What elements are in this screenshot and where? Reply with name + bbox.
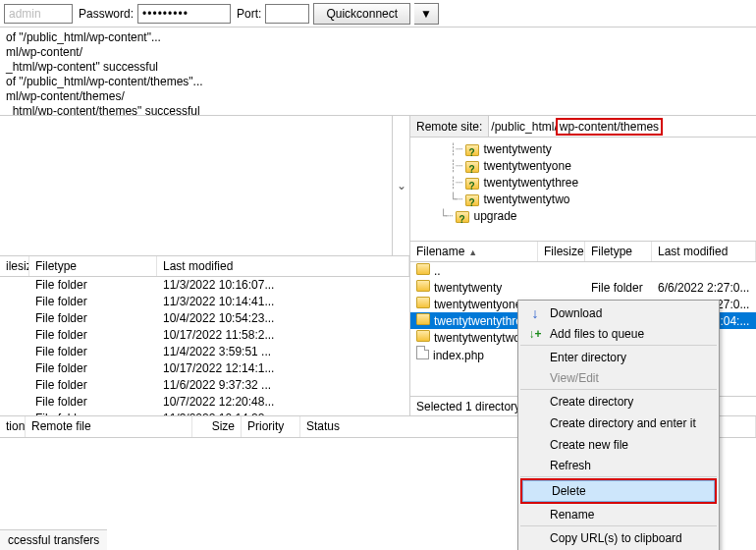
menu-add-to-queue[interactable]: ↓+Add files to queue [520, 324, 717, 346]
folder-icon [416, 313, 430, 325]
menu-delete[interactable]: Delete [522, 480, 715, 502]
remote-path-input[interactable]: /public_html/wp-content/themes [489, 116, 756, 137]
list-item[interactable]: File folder10/17/2022 11:58:2... [0, 327, 409, 344]
tree-item[interactable]: ┊┈twentytwentythree [440, 175, 756, 192]
menu-download[interactable]: ↓Download [520, 302, 717, 324]
log-line: ml/wp-content/ [6, 45, 750, 60]
log-line: of "/public_html/wp-content/themes"... [6, 75, 750, 89]
log-line: _html/wp-content/themes" successful [6, 104, 750, 116]
local-pane: ⌄ ilesize Filetype Last modified File fo… [0, 116, 410, 415]
col-filetype[interactable]: Filetype [29, 256, 157, 276]
chevron-down-icon[interactable]: ⌄ [392, 116, 409, 255]
context-menu: ↓Download ↓+Add files to queue Enter dir… [517, 300, 720, 550]
list-item[interactable]: File folder10/4/2022 10:54:23... [0, 310, 409, 327]
col-filename[interactable]: Filename▲ [410, 242, 538, 261]
menu-refresh[interactable]: Refresh [520, 456, 717, 477]
download-icon: ↓ [526, 305, 544, 321]
list-item[interactable]: File folder11/3/2022 10:16:07... [0, 277, 409, 294]
menu-create-file[interactable]: Create new file [520, 434, 717, 456]
folder-icon [465, 194, 479, 206]
col-priority[interactable]: Priority [242, 416, 300, 437]
folder-icon [416, 297, 430, 308]
tree-item[interactable]: └┈upgrade [440, 208, 756, 225]
remote-path-highlight: wp-content/themes [556, 118, 663, 136]
file-icon [416, 346, 429, 359]
message-log: of "/public_html/wp-content"... ml/wp-co… [0, 28, 756, 116]
local-file-list[interactable]: File folder11/3/2022 10:16:07... File fo… [0, 277, 409, 416]
folder-icon [456, 211, 469, 223]
password-label: Password: [79, 7, 134, 21]
remote-column-headers: Filename▲ Filesize Filetype Last modifie… [410, 241, 756, 262]
list-item[interactable]: File folder10/17/2022 12:14:1... [0, 360, 409, 377]
col-filesize[interactable]: Filesize [538, 242, 585, 261]
menu-view-edit: View/Edit [520, 368, 717, 390]
log-line: ml/wp-content/themes/ [6, 89, 750, 104]
folder-icon [465, 161, 479, 173]
col-direction[interactable]: tion [0, 416, 26, 437]
connection-toolbar: Password: Port: Quickconnect ▼ [0, 0, 756, 28]
folder-icon [465, 144, 479, 156]
list-item[interactable]: .. [410, 262, 756, 279]
menu-create-directory[interactable]: Create directory [520, 391, 717, 412]
tree-item[interactable]: ┊┈twentytwenty [440, 141, 756, 158]
local-site-bar: ⌄ [0, 116, 409, 255]
col-size[interactable]: Size [192, 416, 242, 437]
menu-enter-directory[interactable]: Enter directory [520, 347, 717, 368]
list-item[interactable]: File folder10/7/2022 12:20:48... [0, 394, 409, 411]
password-input[interactable] [137, 4, 231, 24]
col-filetype[interactable]: Filetype [585, 242, 652, 261]
quickconnect-dropdown[interactable]: ▼ [414, 3, 439, 25]
col-filesize[interactable]: ilesize [0, 256, 29, 276]
list-item[interactable]: File folder11/6/2022 9:37:32 ... [0, 377, 409, 394]
port-label: Port: [237, 7, 261, 21]
remote-site-bar: Remote site: /public_html/wp-content/the… [410, 116, 756, 138]
folder-icon [416, 330, 430, 342]
tab-successful-transfers[interactable]: ccessful transfers [0, 529, 107, 550]
remote-site-label: Remote site: [410, 116, 489, 137]
menu-create-directory-enter[interactable]: Create directory and enter it [520, 412, 717, 434]
menu-copy-url[interactable]: Copy URL(s) to clipboard [520, 527, 717, 549]
username-input[interactable] [4, 4, 73, 24]
col-lastmodified[interactable]: Last modified [157, 256, 409, 276]
menu-rename[interactable]: Rename [520, 505, 717, 526]
tree-item[interactable]: └┈twentytwentytwo [440, 192, 756, 208]
remote-path-prefix: /public_html/ [491, 120, 557, 134]
folder-icon [465, 178, 479, 190]
port-input[interactable] [265, 4, 309, 24]
add-queue-icon: ↓+ [526, 327, 544, 341]
quickconnect-button[interactable]: Quickconnect [313, 3, 410, 25]
remote-tree[interactable]: ┊┈twentytwenty ┊┈twentytwentyone ┊┈twent… [410, 138, 756, 241]
folder-icon [416, 263, 430, 275]
log-line: _html/wp-content" successful [6, 60, 750, 75]
log-line: of "/public_html/wp-content"... [6, 30, 750, 45]
folder-icon [416, 280, 430, 292]
list-item[interactable]: File folder11/4/2022 3:59:51 ... [0, 344, 409, 360]
col-remote-file[interactable]: Remote file [26, 416, 192, 437]
list-item[interactable]: File folder11/3/2022 10:14:41... [0, 294, 409, 310]
list-item[interactable]: File folder11/3/2022 10:14:22... [0, 411, 409, 416]
tree-item[interactable]: ┊┈twentytwentyone [440, 158, 756, 175]
col-lastmodified[interactable]: Last modified [652, 242, 756, 261]
list-item[interactable]: twentytwentyFile folder6/6/2022 2:27:0..… [410, 279, 756, 296]
local-column-headers: ilesize Filetype Last modified [0, 255, 409, 277]
